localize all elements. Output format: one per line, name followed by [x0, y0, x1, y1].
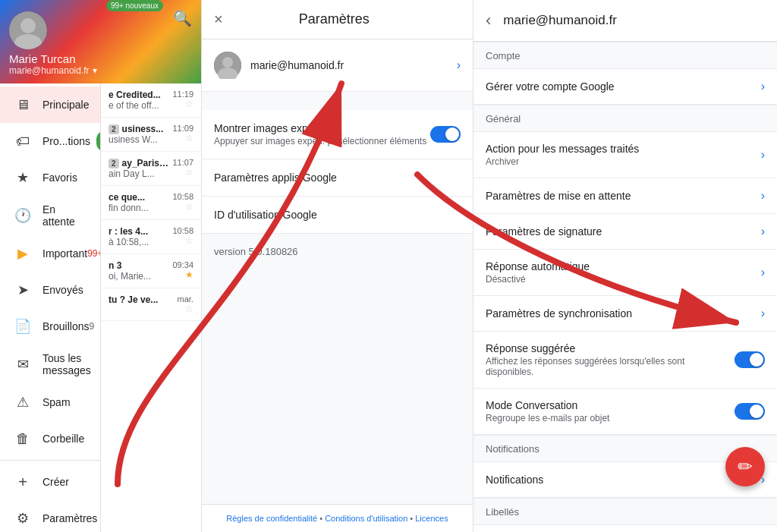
reponse-auto-row[interactable]: Réponse automatique Désactivé › [473, 250, 777, 296]
svg-point-4 [222, 57, 233, 68]
sidebar-item-label: Principale [42, 99, 89, 111]
reponse-suggeree-row[interactable]: Réponse suggérée Affichez les réponses s… [473, 332, 777, 389]
sidebar-item-creer[interactable]: + Créer [0, 464, 100, 500]
sidebar-header: 🔍 Marie Turcan marie@humanoid.fr ▾ 99+ n… [0, 0, 201, 83]
email-list: e Credited... e of the off... 11:19 ☆ 2u… [101, 83, 201, 532]
notifications-header-text: Notifications [486, 443, 539, 455]
action-messages-content: Action pour les messages traités Archive… [486, 143, 761, 167]
compte-header-text: Compte [486, 50, 521, 61]
sidebar-item-tous-messages[interactable]: ✉ Tous les messages [0, 345, 100, 384]
user-info: Marie Turcan marie@humanoid.fr ▾ [9, 52, 192, 76]
account-chevron-icon: › [457, 58, 461, 72]
mode-conversation-subtitle: Regroupe les e-mails par objet [486, 413, 735, 423]
signature-row[interactable]: Paramètres de signature › [473, 214, 777, 250]
notifications-title: Notifications [486, 474, 761, 486]
en-attente-icon: 🕐 [12, 205, 33, 226]
email-item[interactable]: r : les 4... à 10:58,... 10:58 ☆ [101, 220, 201, 254]
avatar [9, 11, 47, 49]
sidebar-nav: 🖥 Principale 🏷 Pro...tions 99+ nouveaux … [0, 83, 101, 532]
close-button[interactable]: × [214, 11, 223, 28]
sidebar-item-label: Favoris [42, 172, 88, 184]
sidebar-item-parametres[interactable]: ⚙ Paramètres [0, 500, 100, 532]
terms-link[interactable]: Conditions d'utilisation [325, 514, 407, 523]
mode-conversation-title: Mode Conversation [486, 399, 735, 411]
user-email: marie@humanoid.fr ▾ [9, 65, 192, 76]
privacy-link[interactable]: Règles de confidentialité [226, 514, 317, 523]
parametres-icon: ⚙ [12, 508, 33, 529]
parametres-applis-row[interactable]: Paramètres applis Google [202, 159, 473, 197]
mode-conversation-toggle[interactable] [735, 403, 765, 420]
sidebar-item-label: Envoyés [42, 284, 88, 296]
sidebar-item-important[interactable]: ▶ Important 99+ [0, 235, 100, 272]
action-messages-chevron-icon: › [761, 148, 765, 162]
synchro-title: Paramètres de synchronisation [486, 307, 761, 320]
search-icon[interactable]: 🔍 [173, 9, 192, 27]
parametres-applis-title: Paramètres applis Google [214, 172, 461, 184]
email-item[interactable]: e Credited... e of the off... 11:19 ☆ [101, 83, 201, 118]
middle-panel-title: Paramètres [235, 11, 433, 27]
gerer-compte-chevron-icon: › [761, 80, 765, 93]
back-button[interactable]: ‹ [486, 11, 491, 30]
new-badge: 99+ nouveaux [106, 0, 163, 11]
sidebar-item-brouillons[interactable]: 📄 Brouillons 9 [0, 308, 100, 345]
sidebar-item-principale[interactable]: 🖥 Principale [0, 87, 100, 123]
mise-en-attente-row[interactable]: Paramètres de mise en attente › [473, 178, 777, 214]
svg-point-1 [20, 18, 36, 33]
avatar-image [9, 11, 47, 49]
email-item[interactable]: tu ? Je ve... mar. ☆ [101, 288, 201, 321]
parametres-libelles-row[interactable]: Paramètres des libellés › [473, 525, 777, 532]
reponse-auto-chevron-icon: › [761, 266, 765, 279]
email-item[interactable]: n 3 oi, Marie... 09:34 ★ [101, 254, 201, 288]
action-messages-row[interactable]: Action pour les messages traités Archive… [473, 132, 777, 178]
email-item[interactable]: 2ay_Paris_l... ain Day L... 11:07 ☆ [101, 152, 201, 186]
account-row[interactable]: marie@humanoid.fr › [202, 39, 473, 92]
sidebar-item-envoyes[interactable]: ➤ Envoyés [0, 272, 100, 308]
parametres-applis-content: Paramètres applis Google [214, 172, 461, 184]
notifications-content: Notifications [486, 474, 761, 486]
reponse-suggeree-content: Réponse suggérée Affichez les réponses s… [486, 342, 735, 377]
sidebar-item-label: Pro...tions [42, 135, 90, 147]
reponse-suggeree-title: Réponse suggérée [486, 342, 735, 354]
sidebar-item-spam[interactable]: ⚠ Spam [0, 384, 100, 420]
synchro-row[interactable]: Paramètres de synchronisation › [473, 296, 777, 332]
sidebar-item-en-attente[interactable]: 🕐 En attente [0, 196, 100, 235]
reponse-auto-title: Réponse automatique [486, 260, 761, 272]
corbeille-icon: 🗑 [12, 428, 33, 449]
sidebar-item-label: Important [42, 247, 87, 260]
gerer-compte-row[interactable]: Gérer votre compte Google › [473, 69, 777, 105]
spam-icon: ⚠ [12, 392, 33, 413]
settings-footer: Règles de confidentialité • Conditions d… [202, 504, 473, 532]
sidebar-item-corbeille[interactable]: 🗑 Corbeille [0, 420, 100, 457]
general-section-bg [202, 92, 473, 110]
reponse-suggeree-subtitle: Affichez les réponses suggérées lorsqu'e… [486, 356, 735, 377]
action-messages-title: Action pour les messages traités [486, 143, 761, 155]
images-expediteur-row[interactable]: Montrer images expéditeur Appuyer sur im… [202, 110, 473, 159]
sidebar-item-label: En attente [42, 203, 88, 228]
account-avatar [214, 52, 241, 79]
compte-section-header: Compte [473, 42, 777, 69]
reponse-suggeree-toggle[interactable] [735, 351, 765, 368]
user-name: Marie Turcan [9, 52, 192, 65]
promotions-icon: 🏷 [12, 131, 33, 152]
sidebar-item-favoris[interactable]: ★ Favoris [0, 159, 100, 196]
signature-chevron-icon: › [761, 225, 765, 238]
sidebar-item-label: Paramètres [42, 512, 97, 524]
email-item[interactable]: 2usiness... usiness W... 11:09 ☆ [101, 118, 201, 152]
reponse-auto-subtitle: Désactivé [486, 274, 761, 285]
important-count: 99+ [87, 248, 101, 259]
id-utilisation-row[interactable]: ID d'utilisation Google [202, 197, 473, 234]
signature-content: Paramètres de signature [486, 225, 761, 238]
sidebar-item-promotions[interactable]: 🏷 Pro...tions 99+ nouveaux [0, 123, 100, 159]
right-panel-title: marie@humanoid.fr [503, 13, 765, 28]
licenses-link[interactable]: Licences [415, 514, 448, 523]
brouillons-icon: 📄 [12, 316, 33, 337]
email-item[interactable]: ce que... fin donn... 10:58 ☆ [101, 186, 201, 220]
sidebar-item-label: Corbeille [42, 433, 88, 445]
mode-conversation-row[interactable]: Mode Conversation Regroupe les e-mails p… [473, 389, 777, 435]
images-expediteur-toggle[interactable] [430, 126, 461, 143]
favoris-icon: ★ [12, 167, 33, 188]
reponse-auto-content: Réponse automatique Désactivé [486, 260, 761, 285]
id-utilisation-content: ID d'utilisation Google [214, 209, 461, 221]
id-utilisation-title: ID d'utilisation Google [214, 209, 461, 221]
mode-conversation-content: Mode Conversation Regroupe les e-mails p… [486, 399, 735, 423]
